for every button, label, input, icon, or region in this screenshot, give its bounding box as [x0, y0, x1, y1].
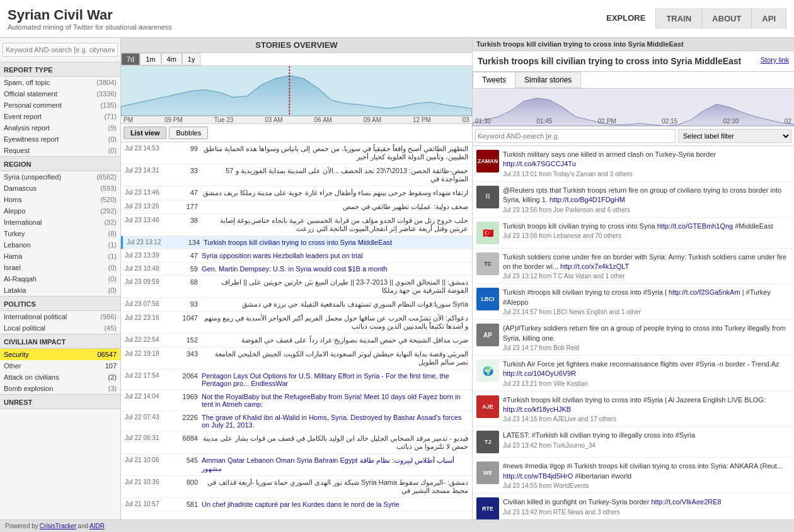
- table-row[interactable]: Jul 22 14:04 1969 Not the RoyalBaby but …: [121, 390, 472, 411]
- focus-keyword-search[interactable]: [475, 129, 676, 143]
- filter-turkey[interactable]: Turkey(8): [0, 228, 120, 239]
- table-row[interactable]: Jul 23 13:26 177 صحف دولية: عمليات تطهير…: [121, 200, 472, 214]
- filter-intl-political[interactable]: International political(986): [0, 311, 120, 322]
- list-item[interactable]: 🇹🇷 Turkish troops kill civilian trying t…: [473, 218, 794, 249]
- table-row[interactable]: Jul 23 13:46 47 ارتقاء شهداء وسقوط جرحى …: [121, 186, 472, 200]
- filter-other[interactable]: Other107: [0, 360, 120, 371]
- list-item[interactable]: 🌍 Turkish Air Force jet fighters make re…: [473, 356, 794, 392]
- filter-damascus[interactable]: Damascus(593): [0, 183, 120, 194]
- list-item[interactable]: LBCI Turkish #troops kill civilian tryin…: [473, 284, 794, 320]
- filter-eyewitness[interactable]: Eyewitness report(0): [0, 133, 120, 145]
- section-unrest: UNREST: [0, 394, 120, 409]
- table-row[interactable]: Jul 22 22:54 152 ضرب مدافل الشبيحة في حم…: [121, 334, 472, 348]
- label-filter-select[interactable]: Select label filter: [678, 129, 791, 143]
- footer-aidr-link[interactable]: AIDR: [89, 523, 105, 529]
- filter-alraqqah[interactable]: Al-Raqqah(0): [0, 273, 120, 285]
- tweets-list: ZAMAN Turkish military says one killed i…: [473, 146, 794, 519]
- sidebar-top: [0, 38, 120, 62]
- avatar: TJ: [476, 431, 499, 453]
- time-button-group: 7d 1m 4m 1y: [121, 53, 472, 66]
- avatar: R: [476, 186, 499, 208]
- avatar: 🇹🇷: [476, 222, 499, 244]
- header-nav: EXPLORE TRAIN ABOUT API: [596, 8, 786, 29]
- focus-search-row: Select label filter: [473, 127, 794, 146]
- avatar: WE: [476, 461, 499, 484]
- filter-syria-unspecified[interactable]: Syria (unspecified)(6582): [0, 171, 120, 183]
- table-row[interactable]: Jul 23 14:53 99 التطهير الطائفي أصبح واق…: [121, 142, 472, 164]
- list-view-btn[interactable]: List view: [124, 127, 166, 139]
- table-row[interactable]: Jul 22 07:43 2226 The grave of Khalid ib…: [121, 411, 472, 432]
- keyword-search-input[interactable]: [3, 43, 118, 57]
- table-row[interactable]: Jul 23 13:39 47 Syria opposition wants H…: [121, 249, 472, 263]
- time-labels: PM 09 PM Tue 23 03 AM 06 AM 09 AM 12 PM …: [121, 116, 472, 124]
- nav-explore[interactable]: EXPLORE: [596, 8, 656, 29]
- table-row[interactable]: Jul 22 23:16 1047 دعواكم: الآن تشرّمت ال…: [121, 312, 472, 334]
- footer: Powered by CrisisTracker and AIDR: [0, 519, 794, 532]
- table-row[interactable]: Jul 21 10:57 581 Un chef jihadiste captu…: [121, 498, 472, 511]
- filter-event[interactable]: Event report(71): [0, 111, 120, 122]
- filter-personal[interactable]: Personal comment(135): [0, 99, 120, 111]
- filter-local-political[interactable]: Local political(45): [0, 322, 120, 334]
- filter-spam[interactable]: Spam, off topic(3804): [0, 77, 120, 88]
- list-item[interactable]: AJE #Turkish troops kill civilian trying…: [473, 392, 794, 427]
- nav-about[interactable]: ABOUT: [702, 8, 752, 29]
- list-item[interactable]: WE #news #media #gop #i Turkish troops k…: [473, 458, 794, 494]
- avatar: RTE: [476, 497, 499, 519]
- tab-similar-stories[interactable]: Similar stories: [515, 72, 581, 88]
- filter-analysis[interactable]: Analysis report(9): [0, 122, 120, 133]
- list-item[interactable]: TC Turkish soldiers come under fire on b…: [473, 249, 794, 285]
- filter-official[interactable]: Official statement(3336): [0, 88, 120, 99]
- tab-tweets[interactable]: Tweets: [473, 72, 515, 88]
- focus-story-title-text: Turkish troops kill civilian trying to c…: [478, 56, 761, 66]
- filter-international[interactable]: International(32): [0, 217, 120, 228]
- table-row[interactable]: Jul 23 07:56 93 Syria سوريا:قوات النظام …: [121, 298, 472, 312]
- sidebar-scroll: REPORT TYPE Spam, off topic(3804) Offici…: [0, 38, 120, 519]
- table-row[interactable]: Jul 23 13:46 38 حلب خروج رتل من قوات الج…: [121, 214, 472, 236]
- bubbles-view-btn[interactable]: Bubbles: [169, 127, 208, 139]
- focus-chart: 01:30 01:45 02 PM 02:15 02:30 02: [473, 89, 794, 127]
- footer-powered-by: Powered by: [5, 523, 38, 529]
- list-item[interactable]: AP (AP)#Turkey soldiers return fire on a…: [473, 320, 794, 356]
- nav-api[interactable]: API: [752, 8, 786, 29]
- filter-attack-civilians[interactable]: Attack on civilians(2): [0, 371, 120, 383]
- filter-latakia[interactable]: Latakia(0): [0, 285, 120, 296]
- time-btn-1y[interactable]: 1y: [182, 53, 201, 65]
- list-item[interactable]: RTE Civilian killed in gunfight on Turke…: [473, 494, 794, 519]
- table-row[interactable]: Jul 22 06:31 6884 فيديو - تدمير مرقد الص…: [121, 432, 472, 454]
- list-item[interactable]: TJ LATEST: #Turkish kill civilian trying…: [473, 427, 794, 458]
- table-row[interactable]: Jul 22 17:54 2064 Pentagon Lays Out Opti…: [121, 370, 472, 390]
- table-row[interactable]: Jul 21 10:06 545 Amman Qatar Lebanon Oma…: [121, 454, 472, 476]
- filter-bomb-explosion[interactable]: Bomb explosion(3): [0, 383, 120, 394]
- table-row-selected[interactable]: Jul 23 13:12 134 Turkish troops kill civ…: [121, 236, 472, 249]
- table-row[interactable]: Jul 23 10:48 59 Gen. Martin Dempsey: U.S…: [121, 263, 472, 276]
- section-politics: POLITICS: [0, 296, 120, 311]
- avatar: LBCI: [476, 288, 499, 310]
- filter-hama[interactable]: Hama(1): [0, 251, 120, 262]
- story-link[interactable]: Story link: [761, 56, 789, 64]
- section-civilian-impact: CIVILLIAN IMPACT: [0, 334, 120, 349]
- avatar: TC: [476, 252, 499, 275]
- table-row[interactable]: Jul 23 09:59 68 دمشق: || المتحالق الجنوي…: [121, 276, 472, 298]
- stories-overview-header: STORIES OVERVIEW: [121, 38, 472, 53]
- filter-homs[interactable]: Homs(520): [0, 194, 120, 205]
- time-btn-1m[interactable]: 1m: [140, 53, 161, 65]
- filter-request[interactable]: Request(0): [0, 145, 120, 156]
- time-btn-7d[interactable]: 7d: [121, 53, 140, 65]
- footer-crisis-tracker-link[interactable]: CrisisTracker: [40, 523, 77, 529]
- time-btn-4m[interactable]: 4m: [161, 53, 182, 65]
- filter-israel[interactable]: Israel(0): [0, 262, 120, 273]
- filter-aleppo[interactable]: Aleppo(292): [0, 205, 120, 217]
- table-row[interactable]: Jul 21 10:36 800 دمشق: -اليرموك سقوط Syr…: [121, 476, 472, 498]
- filter-security[interactable]: Security06547: [0, 349, 120, 360]
- nav-train[interactable]: TRAIN: [656, 8, 702, 29]
- list-item[interactable]: R @Reuters rpts that Turkish troops retu…: [473, 182, 794, 218]
- table-row[interactable]: Jul 23 14:31 33 حمص-طائفة الحصن: 2013\7\…: [121, 164, 472, 186]
- filter-lebanon[interactable]: Lebanon(1): [0, 239, 120, 251]
- list-item[interactable]: ZAMAN Turkish military says one killed i…: [473, 146, 794, 182]
- stories-chart: [121, 66, 472, 116]
- app-title: Syrian Civil War: [8, 7, 172, 23]
- main-layout: REPORT TYPE Spam, off topic(3804) Offici…: [0, 38, 794, 519]
- focus-tabs: Tweets Similar stories: [473, 72, 794, 89]
- focus-story-header: Turkish troops kill civilian trying to c…: [473, 38, 794, 51]
- table-row[interactable]: Jul 22 19:18 343 المريثي وقصة بداية النه…: [121, 348, 472, 370]
